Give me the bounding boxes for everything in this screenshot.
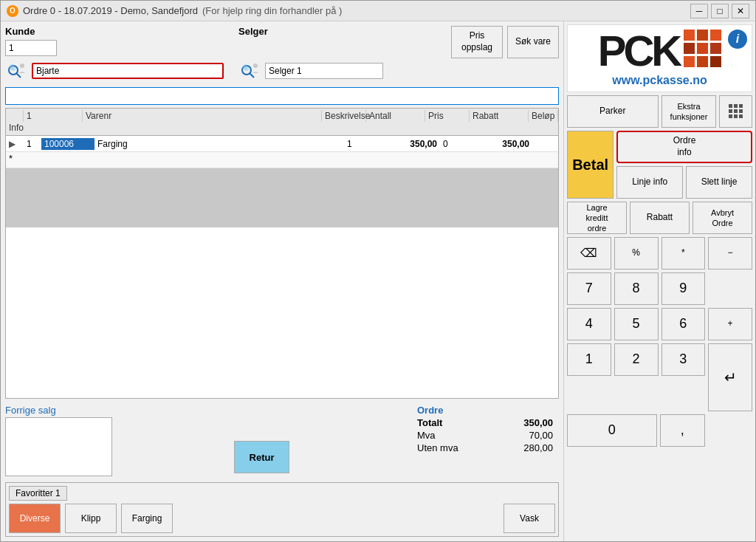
row-info	[532, 143, 558, 145]
linje-info-button[interactable]: Linje info	[616, 166, 683, 199]
empty-indicator: *	[6, 152, 24, 168]
order-summary-title: Ordre	[417, 405, 553, 416]
slett-linje-button[interactable]: Slett linje	[686, 166, 752, 199]
comma-button[interactable]: ,	[660, 414, 706, 447]
search-input[interactable]	[6, 88, 558, 104]
col-nr-header: 1	[24, 110, 83, 122]
totalt-label: Totalt	[417, 417, 442, 428]
svg-point-9	[253, 64, 258, 68]
mva-label: Mva	[417, 430, 436, 441]
title-bar: O Ordre 0 - 18.07.2019 - Demo, Sandefjor…	[1, 1, 755, 21]
logo-container: PCK	[598, 30, 721, 72]
backspace-button[interactable]: ⌫	[567, 237, 611, 270]
row-beskrivelse: Farging	[94, 138, 344, 150]
num5-button[interactable]: 5	[614, 308, 659, 340]
logo-url: www.pckasse.no	[612, 74, 707, 87]
num3-button[interactable]: 3	[662, 343, 706, 376]
svg-point-4	[20, 64, 24, 68]
vask-button[interactable]: Vask	[504, 504, 555, 533]
col-info-header: Info	[6, 122, 24, 134]
uten-mva-label: Uten mva	[417, 442, 458, 453]
maximize-button[interactable]: □	[711, 4, 729, 18]
close-button[interactable]: ✕	[732, 4, 749, 18]
percent-button[interactable]: %	[614, 237, 659, 270]
logo-area: PCK www.pckasse.no i	[567, 24, 752, 92]
col-belop-header: Beløp	[529, 110, 558, 122]
ordre-info-button[interactable]: Ordre info	[616, 131, 752, 163]
kunde-input-row	[5, 40, 224, 56]
num1-button[interactable]: 1	[567, 343, 611, 376]
retur-button[interactable]: Retur	[234, 441, 289, 473]
num-row-0: 0 ,	[567, 414, 752, 447]
col-rabatt-header: Rabatt	[470, 110, 529, 122]
avbryt-ordre-button[interactable]: Avbryt Ordre	[693, 202, 752, 234]
order-table: 1 Varenr Beskrivelse Antall Pris Rabatt …	[5, 108, 559, 399]
plus-button[interactable]: +	[708, 308, 752, 340]
minus-button[interactable]: −	[708, 237, 752, 270]
betal-button[interactable]: Betal	[567, 131, 614, 199]
left-panel: Kunde	[1, 21, 563, 541]
title-bar-controls: ─ □ ✕	[690, 4, 749, 18]
ekstra-funksjoner-button[interactable]: Ekstra funksjoner	[662, 95, 717, 128]
num9-button[interactable]: 9	[662, 272, 706, 305]
kunde-id-input[interactable]	[5, 40, 57, 56]
table-body: ▶ 1 100006 Farging 1 350,00 0 350,00 *	[6, 136, 558, 168]
num6-button[interactable]: 6	[662, 308, 706, 340]
search-bar[interactable]	[5, 87, 559, 105]
numpad-grid-button[interactable]	[719, 95, 752, 128]
num-row-789: 7 8 9	[567, 272, 752, 305]
logo-block-9	[710, 56, 721, 67]
side-buttons: Ordre info Linje info Slett linje	[616, 131, 752, 199]
svg-point-3	[10, 64, 14, 70]
selger-section: Selger	[238, 26, 383, 83]
pris-oppslag-button[interactable]: Pris oppslag	[451, 26, 503, 58]
kunde-search-button[interactable]	[5, 59, 29, 83]
multiply-button[interactable]: *	[662, 237, 706, 270]
num7-button[interactable]: 7	[567, 272, 611, 305]
top-row: Kunde	[5, 26, 559, 83]
enter-button[interactable]: ↵	[708, 343, 752, 411]
parker-button[interactable]: Parker	[567, 95, 659, 128]
row-varenr: 100006	[41, 138, 94, 150]
window-title: Ordre 0 - 18.07.2019 - Demo, Sandefjord	[23, 5, 198, 16]
kreditt-row: Lagre kreditt ordre Rabatt Avbryt Ordre	[567, 202, 752, 234]
uten-mva-value: 280,00	[509, 442, 553, 453]
row-belop: 350,00	[481, 138, 532, 150]
uten-mva-row: Uten mva 280,00	[417, 442, 553, 453]
grid-icon	[729, 104, 743, 119]
info-button[interactable]: i	[728, 30, 747, 49]
row-arrow: ▶	[6, 138, 24, 150]
logo-pck-text: PCK	[598, 30, 679, 72]
num8-button[interactable]: 8	[614, 272, 659, 305]
kunde-name-input[interactable]	[32, 63, 224, 79]
row-pris: 350,00	[381, 138, 440, 150]
kunde-section: Kunde	[5, 26, 224, 83]
table-row[interactable]: ▶ 1 100006 Farging 1 350,00 0 350,00	[6, 136, 558, 152]
diverse-button[interactable]: Diverse	[9, 504, 61, 533]
favorites-tab[interactable]: Favoritter 1	[9, 486, 67, 501]
retur-area: Retur	[118, 405, 405, 476]
sok-vare-button[interactable]: Søk vare	[507, 26, 559, 58]
lagre-kreditt-button[interactable]: Lagre kreditt ordre	[567, 202, 627, 234]
logo-block-4	[684, 43, 695, 54]
num0-button[interactable]: 0	[567, 414, 657, 447]
klipp-button[interactable]: Klipp	[65, 504, 117, 533]
col-varenr-header: Varenr	[83, 110, 322, 122]
num4-button[interactable]: 4	[567, 308, 611, 340]
num-row-123: 1 2 3 ↵	[567, 343, 752, 411]
main-content: Kunde	[1, 21, 755, 541]
rabatt-button[interactable]: Rabatt	[630, 202, 690, 234]
linje-slett-row: Linje info Slett linje	[616, 166, 752, 199]
favorites-section: Favoritter 1 Diverse Klipp Farging Vask	[5, 482, 559, 537]
selger-search-button[interactable]	[238, 59, 262, 83]
svg-point-8	[243, 64, 247, 70]
col-pris-header: Pris	[425, 110, 470, 122]
minimize-button[interactable]: ─	[690, 4, 708, 18]
farging-button[interactable]: Farging	[121, 504, 173, 533]
num2-button[interactable]: 2	[614, 343, 659, 376]
selger-name-input[interactable]	[265, 63, 383, 79]
col-beskrivelse-header: Beskrivelse	[322, 110, 366, 122]
num-row-456: 4 5 6 +	[567, 308, 752, 340]
window-subtitle: (For hjelp ring din forhandler på )	[202, 5, 342, 16]
forrige-salg-label[interactable]: Forrige salg	[5, 405, 112, 416]
